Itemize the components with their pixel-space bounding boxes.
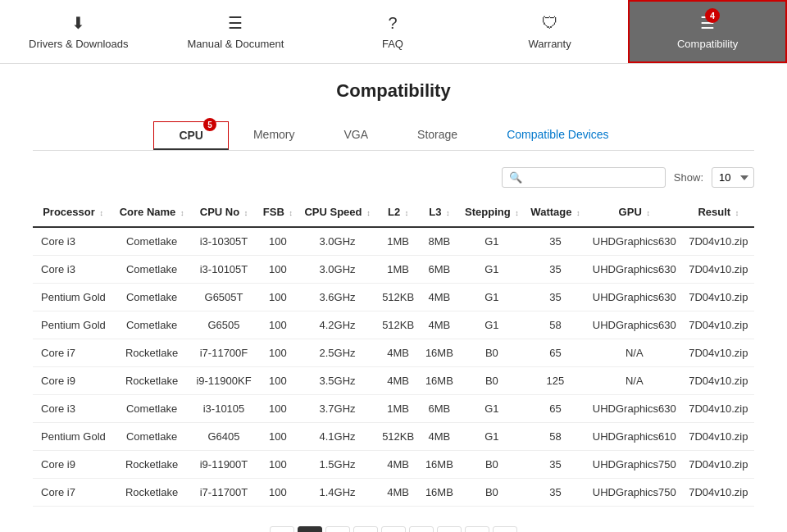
tab-compatible-label: Compatible Devices [507,128,609,141]
warranty-icon: 🛡 [542,14,558,33]
page-5-button[interactable]: 5 [409,526,434,532]
cell-corename: Cometlake [113,395,190,423]
table-row: Core i9Rocketlakei9-11900T1001.5GHz4MB16… [33,451,754,479]
cell-cpuspeed: 2.5GHz [298,339,376,367]
cell-wattage: 65 [525,395,586,423]
col-l2[interactable]: L2 ↕ [376,198,420,227]
cell-gpu: UHDGraphics610 [586,423,683,451]
table-row: Core i9Rocketlakei9-11900KF1003.5GHz4MB1… [33,367,754,395]
cell-gpu: UHDGraphics750 [586,451,683,479]
cell-gpu: N/A [586,339,683,367]
cell-l3: 6MB [420,256,459,284]
table-row: Core i7Rocketlakei7-11700F1002.5GHz4MB16… [33,339,754,367]
cell-fsb: 100 [257,423,298,451]
table-row: Pentium GoldCometlakeG64051004.1GHz512KB… [33,423,754,451]
cell-result: 7D04v10.zip [683,479,754,507]
col-l3[interactable]: L3 ↕ [420,198,459,227]
nav-manual-label: Manual & Document [188,38,284,50]
cell-fsb: 100 [257,479,298,507]
cell-corename: Rocketlake [113,479,190,507]
cell-l2: 4MB [376,451,420,479]
cell-cpuno: i7-11700F [190,339,257,367]
table-row: Core i3Cometlakei3-10105T1003.0GHz1MB6MB… [33,256,754,284]
nav-manual[interactable]: ☰ Manual & Document [157,0,315,63]
tab-cpu[interactable]: CPU 5 [153,121,229,150]
col-gpu[interactable]: GPU ↕ [586,198,683,227]
cell-fsb: 100 [257,367,298,395]
page-6-button[interactable]: 6 [437,526,462,532]
tab-vga-label: VGA [344,128,369,141]
cell-fsb: 100 [257,227,298,256]
cell-stepping: G1 [459,256,525,284]
cell-result: 7D04v10.zip [683,395,754,423]
cell-fsb: 100 [257,256,298,284]
nav-warranty-label: Warranty [528,38,571,50]
nav-warranty[interactable]: 🛡 Warranty [471,0,629,63]
cell-cpuspeed: 3.5GHz [298,367,376,395]
tab-compatible-devices[interactable]: Compatible Devices [482,121,634,150]
page-7-button[interactable]: 7 [465,526,489,532]
show-select[interactable]: 10 25 50 100 [712,167,754,188]
col-result[interactable]: Result ↕ [683,198,754,227]
cell-l2: 512KB [376,284,420,311]
col-cpuno[interactable]: CPU No ↕ [190,198,257,227]
tab-memory-label: Memory [253,128,295,141]
cell-result: 7D04v10.zip [683,284,754,311]
cell-processor: Core i3 [33,227,113,256]
tab-vga[interactable]: VGA [320,121,394,150]
cell-cpuspeed: 3.0GHz [298,227,376,256]
cell-gpu: UHDGraphics630 [586,395,683,423]
cell-gpu: N/A [586,367,683,395]
table-row: Core i3Cometlakei3-101051003.7GHz1MB6MBG… [33,395,754,423]
table-toolbar: 🔍 Show: 10 25 50 100 [33,167,754,188]
cell-l2: 1MB [376,256,420,284]
cell-cpuno: i3-10105 [190,395,257,423]
search-input[interactable] [527,172,658,184]
cell-l3: 16MB [420,479,459,507]
next-page-button[interactable]: › [493,526,517,532]
cell-cpuno: G6505T [190,284,257,311]
document-icon: ☰ [228,13,243,33]
cell-processor: Core i7 [33,339,113,367]
cell-stepping: B0 [459,479,525,507]
cell-stepping: G1 [459,423,525,451]
main-content: Compatibility CPU 5 Memory VGA Storage C… [0,64,787,532]
cell-stepping: G1 [459,284,525,311]
prev-page-button[interactable]: ‹ [270,526,294,532]
col-wattage[interactable]: Wattage ↕ [525,198,586,227]
tab-memory[interactable]: Memory [229,121,320,150]
cell-wattage: 65 [525,339,586,367]
cell-l2: 1MB [376,227,420,256]
page-2-button[interactable]: 2 [325,526,350,532]
page-4-button[interactable]: 4 [381,526,406,532]
table-row: Pentium GoldCometlakeG6505T1003.6GHz512K… [33,284,754,311]
nav-drivers[interactable]: ⬇ Drivers & Downloads [0,0,157,63]
cell-result: 7D04v10.zip [683,451,754,479]
col-stepping[interactable]: Stepping ↕ [459,198,525,227]
cell-wattage: 35 [525,227,586,256]
cell-processor: Core i7 [33,479,113,507]
col-corename[interactable]: Core Name ↕ [113,198,190,227]
cell-cpuno: G6405 [190,423,257,451]
cell-corename: Cometlake [113,311,190,339]
cell-processor: Pentium Gold [33,311,113,339]
col-processor[interactable]: Processor ↕ [33,198,113,227]
cell-fsb: 100 [257,311,298,339]
search-icon: 🔍 [509,171,522,184]
cell-fsb: 100 [257,284,298,311]
nav-faq[interactable]: ? FAQ [314,0,471,63]
cell-cpuno: i7-11700T [190,479,257,507]
cell-stepping: G1 [459,227,525,256]
cell-result: 7D04v10.zip [683,256,754,284]
col-cpuspeed[interactable]: CPU Speed ↕ [298,198,376,227]
cell-l2: 512KB [376,423,420,451]
nav-compatibility[interactable]: ☰ 4 Compatibility [628,0,787,63]
cell-stepping: G1 [459,311,525,339]
page-3-button[interactable]: 3 [353,526,378,532]
tab-storage[interactable]: Storage [393,121,482,150]
cell-cpuspeed: 3.7GHz [298,395,376,423]
cell-gpu: UHDGraphics630 [586,284,683,311]
search-box[interactable]: 🔍 [502,167,666,188]
page-1-button[interactable]: 1 [298,526,322,532]
col-fsb[interactable]: FSB ↕ [257,198,298,227]
